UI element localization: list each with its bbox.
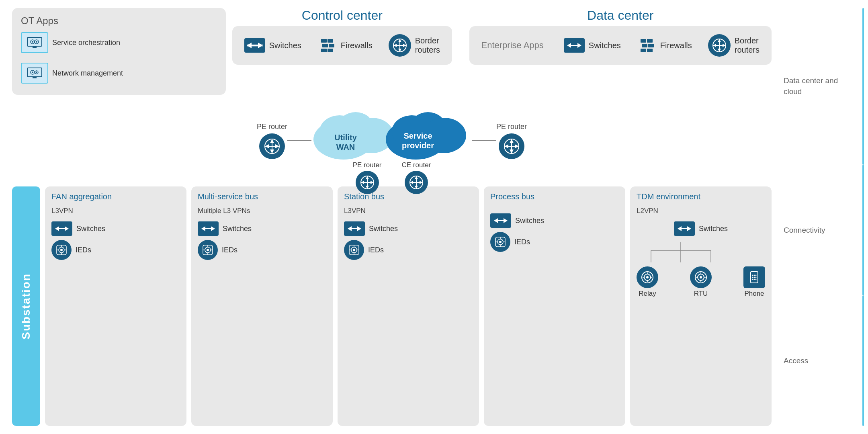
ot-apps-box: OT Apps Service o [12,8,226,95]
svg-marker-75 [55,226,59,231]
fan-sw-svg [54,225,70,233]
right-pe-svg [504,138,520,154]
cc-switches-pair: Switches [244,38,301,53]
dc-switches-icon [564,38,585,53]
service-orchestration-label: Service orchestration [52,39,120,47]
clouds-pair: Utility WAN Service provider [311,103,472,160]
dc-firewalls-label: Firewalls [660,41,692,50]
control-center-box: Switches [232,26,452,65]
svg-marker-86 [211,226,215,231]
annotation-connectivity-bracket [862,165,864,295]
network-management-item: Network management [21,63,123,84]
annotation-datacenter-bracket [862,8,864,165]
dc-routers-label: Border routers [735,36,760,55]
tdm-switches-label: Switches [699,225,728,233]
station-bus-box: Station bus L3VPN Switches [338,186,479,426]
rtu-label: RTU [694,290,708,298]
monitor-svg [27,37,43,49]
cc-firewalls-pair: Firewalls [317,36,373,55]
svg-marker-39 [270,149,274,154]
svg-marker-85 [201,226,205,231]
fan-switches-label: Switches [76,225,105,233]
relay-icon [637,266,658,288]
svg-point-145 [754,279,755,280]
top-row: OT Apps Service o [12,8,772,95]
sb-sw-svg [347,225,362,233]
tdm-children-row: Relay [637,266,765,298]
bottom-row: Substation FAN aggregation L3VPN Switche… [12,186,772,426]
rtu-svg [694,270,708,284]
cc-switches-icon [244,38,265,53]
bottom-pe-label: PE router [353,161,382,169]
svg-rect-1 [33,46,37,48]
svg-marker-116 [687,226,691,231]
fan-switches-icon [51,221,72,236]
phone-icon [743,266,765,288]
svg-marker-95 [348,226,352,231]
svg-point-110 [499,241,502,243]
line-left-cloud [287,140,311,141]
svg-marker-96 [357,226,361,231]
ce-icon [405,171,428,194]
ied-svg [55,244,68,256]
annotation-access: Access [784,295,864,426]
annotation-access-bracket [862,295,864,426]
pb-title: Process bus [490,192,619,201]
pb-ied-svg [494,236,506,248]
fan-ieds-pair: IEDs [51,240,180,260]
dc-firewall-icon [637,36,656,55]
msb-ieds-pair: IEDs [198,240,326,260]
phone-label: Phone [744,290,764,298]
cc-switches-label: Switches [269,41,301,50]
tdm-switches-pair: Switches [674,221,728,236]
sb-ieds-pair: IEDs [344,240,473,260]
svg-point-132 [700,276,702,278]
svg-point-4 [32,41,33,43]
dc-router-svg [712,38,727,53]
fan-subtitle: L3VPN [51,207,180,215]
right-annotation-column: Data center and cloud Connectivity Acces… [780,0,868,434]
data-center-box: Enterprise Apps Switches [469,26,772,65]
annotation-datacenter: Data center and cloud [784,8,864,165]
pb-switches-label: Switches [515,217,544,225]
svg-text:WAN: WAN [336,143,355,151]
svg-marker-74 [515,144,519,148]
tdm-switches-row: Switches [637,221,765,236]
msb-switches-icon [198,221,219,236]
sb-switches-pair: Switches [344,221,473,236]
dc-switches-pair: Switches [564,38,621,53]
ce-router: CE router [402,161,431,194]
sb-ieds-icon [344,240,364,260]
msb-ied-svg [202,244,214,256]
pb-ieds-label: IEDs [514,238,530,246]
pb-ieds-icon [490,232,510,252]
tdm-subtitle: L2VPN [637,207,765,215]
bottom-routers-row: PE router [353,161,431,194]
sb-switches-label: Switches [369,225,398,233]
msb-subtitle: Multiple L3 VPNs [198,207,326,215]
svg-text:provider: provider [402,141,434,150]
substation-text: Substation [20,273,33,340]
sb-ieds-label: IEDs [368,246,384,254]
clouds-column: Utility WAN Service provider [311,87,472,194]
svg-marker-26 [577,43,581,48]
content-area: OT Apps Service o [0,0,780,434]
relay-label: Relay [639,290,656,298]
dc-router-icon [708,34,731,57]
substation-label-box: Substation [12,186,40,426]
svg-marker-40 [265,144,269,148]
svg-point-80 [60,249,63,251]
tdm-tree-lines [637,242,725,262]
svg-marker-105 [494,218,498,223]
control-center-title: Control center [302,8,383,23]
pb-ieds-pair: IEDs [490,232,619,252]
service-orchestration-item: Service orchestration [21,32,120,53]
svg-point-11 [36,72,37,73]
dc-routers-pair: Border routers [708,34,760,57]
svg-point-144 [752,279,753,280]
ot-apps-title: OT Apps [21,15,58,27]
right-pe-label: PE router [496,123,527,131]
svg-point-139 [754,275,755,276]
svg-marker-71 [510,139,514,143]
data-center-wrapper: Data center Enterprise Apps S [469,8,772,65]
